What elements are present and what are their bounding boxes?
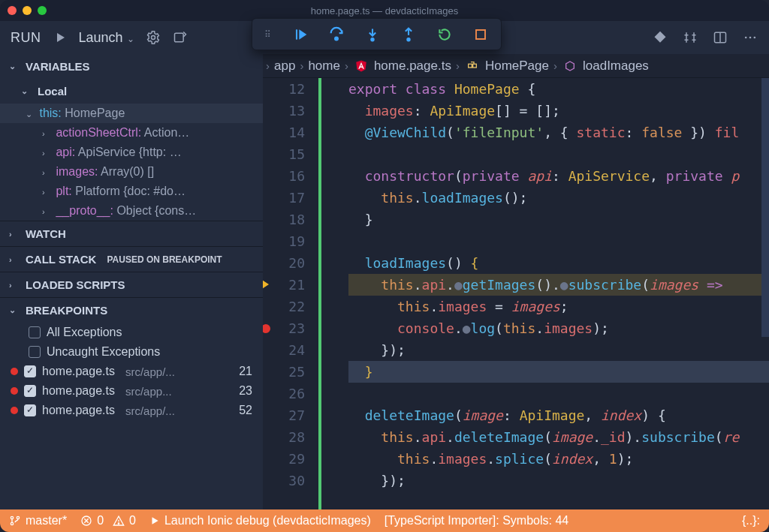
drag-handle-icon[interactable]: ⠿ xyxy=(264,29,273,40)
svg-point-12 xyxy=(407,38,409,41)
restart-button[interactable] xyxy=(436,26,453,43)
checkbox-icon[interactable] xyxy=(29,346,41,358)
var-item[interactable]: › actionSheetCtrl: Action… xyxy=(0,123,263,143)
svg-rect-13 xyxy=(476,30,485,39)
svg-point-17 xyxy=(11,522,13,524)
svg-point-5 xyxy=(749,37,752,39)
step-over-button[interactable] xyxy=(328,26,345,43)
debug-config-select[interactable]: Launch ⌄ xyxy=(79,30,134,46)
breakpoint-row[interactable]: home.page.tssrc/app...23 xyxy=(0,381,263,401)
breakpoint-icon xyxy=(11,387,18,395)
min-window-icon[interactable] xyxy=(23,6,32,15)
breakpoint-row[interactable]: home.page.tssrc/app/...21 xyxy=(0,362,263,381)
gutter[interactable]: 12131415161718192021222324252627282930 xyxy=(263,78,318,509)
svg-point-0 xyxy=(151,36,155,40)
var-item[interactable]: › api: ApiService {http: … xyxy=(0,143,263,162)
debug-toolbar[interactable]: ⠿ xyxy=(252,18,502,50)
split-editor-icon[interactable] xyxy=(682,29,698,46)
ts-importer[interactable]: [TypeScript Importer]: Symbols: 44 xyxy=(384,514,568,527)
max-window-icon[interactable] xyxy=(38,6,47,15)
callstack-header[interactable]: ›CALL STACK PAUSED ON BREAKPOINT xyxy=(0,246,263,272)
angular-icon xyxy=(353,58,369,74)
window-controls xyxy=(8,6,47,15)
breakpoint-icon xyxy=(11,368,18,375)
errors-count[interactable]: 0 0 xyxy=(80,514,136,527)
more-icon[interactable] xyxy=(742,29,758,46)
class-icon xyxy=(464,58,481,74)
svg-point-18 xyxy=(17,516,19,518)
method-icon xyxy=(562,58,578,74)
svg-point-8 xyxy=(335,37,338,40)
loaded-scripts-header[interactable]: ›LOADED SCRIPTS xyxy=(0,272,263,297)
panel-layout-icon[interactable] xyxy=(712,29,728,46)
step-into-button[interactable] xyxy=(364,26,381,43)
var-item[interactable]: › plt: Platform {doc: #do… xyxy=(0,182,263,201)
watch-header[interactable]: ›WATCH xyxy=(0,221,263,246)
checkbox-icon[interactable] xyxy=(24,404,36,416)
continue-button[interactable] xyxy=(292,26,309,43)
svg-rect-14 xyxy=(469,64,472,68)
start-debug-button[interactable] xyxy=(52,29,68,46)
status-bar: master* 0 0 Launch Ionic debug (devdacti… xyxy=(0,509,769,532)
prettier-status[interactable]: {..}: xyxy=(742,514,760,527)
svg-rect-1 xyxy=(174,33,183,42)
scope-local[interactable]: ⌄Local xyxy=(0,79,263,104)
minimap[interactable] xyxy=(761,78,769,509)
window-title: home.page.ts — devdacticImages xyxy=(311,5,459,17)
variables-header[interactable]: ⌄VARIABLES xyxy=(0,54,263,79)
breakpoint-row[interactable]: home.page.tssrc/app/...52 xyxy=(0,401,263,420)
bp-uncaught-exceptions[interactable]: Uncaught Exceptions xyxy=(0,342,263,362)
git-branch[interactable]: master* xyxy=(9,514,67,527)
svg-rect-15 xyxy=(473,64,477,68)
var-item[interactable]: › images: Array(0) [] xyxy=(0,162,263,182)
breakpoint-icon xyxy=(11,407,18,414)
var-this[interactable]: ⌄ this: HomePage xyxy=(0,104,263,123)
checkbox-icon[interactable] xyxy=(29,326,41,338)
svg-point-16 xyxy=(11,516,13,518)
svg-point-6 xyxy=(754,37,756,39)
breadcrumb[interactable]: ›app ›home › home.page.ts › HomePage › l… xyxy=(263,54,769,78)
source-control-icon[interactable] xyxy=(652,29,668,46)
debug-console-icon[interactable] xyxy=(172,29,188,46)
editor-pane: ›app ›home › home.page.ts › HomePage › l… xyxy=(263,54,769,509)
step-out-button[interactable] xyxy=(400,26,417,43)
checkbox-icon[interactable] xyxy=(24,365,36,377)
svg-point-4 xyxy=(745,37,747,39)
paused-badge: PAUSED ON BREAKPOINT xyxy=(107,254,222,265)
checkbox-icon[interactable] xyxy=(24,385,36,397)
var-item[interactable]: › __proto__: Object {cons… xyxy=(0,201,263,221)
bp-all-exceptions[interactable]: All Exceptions xyxy=(0,323,263,342)
code-editor[interactable]: 12131415161718192021222324252627282930 e… xyxy=(263,78,769,509)
close-window-icon[interactable] xyxy=(8,6,17,15)
breakpoints-header[interactable]: ⌄BREAKPOINTS xyxy=(0,297,263,323)
run-label: RUN xyxy=(11,30,41,46)
stop-button[interactable] xyxy=(472,26,489,43)
svg-point-21 xyxy=(118,523,119,524)
gear-icon[interactable] xyxy=(145,29,161,46)
svg-point-10 xyxy=(371,38,373,41)
debug-target[interactable]: Launch Ionic debug (devdacticImages) xyxy=(149,514,371,527)
debug-sidebar: ⌄VARIABLES ⌄Local ⌄ this: HomePage › act… xyxy=(0,54,263,509)
